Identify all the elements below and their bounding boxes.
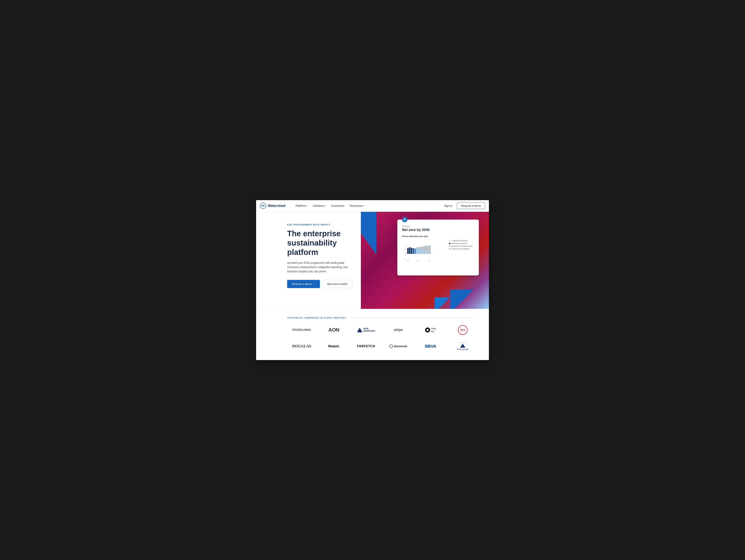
svg-text:2020: 2020 [407, 260, 409, 261]
list-item: FARFETCH [352, 343, 381, 350]
chart-section-title: Gross emissions per year [402, 235, 474, 238]
thermondo-logo: thermondo [389, 345, 407, 348]
legend-dot-icon [449, 243, 451, 244]
hero-description: Up-level your ESG programme with audit-g… [287, 261, 353, 274]
badge-icon [403, 218, 406, 221]
svg-rect-16 [409, 247, 411, 254]
dataiku-logo: dataiku [425, 327, 436, 333]
logo-link[interactable]: Watershed [260, 203, 285, 209]
svg-text:2030: 2030 [428, 260, 430, 261]
svg-rect-34 [427, 253, 429, 254]
hero-title: The enterprise sustainability platform [287, 229, 361, 257]
nav-solutions[interactable]: Solutions ▾ [311, 203, 328, 209]
svg-rect-27 [429, 245, 431, 254]
signin-button[interactable]: Sign in [440, 203, 456, 209]
dataiku-text: dataiku [431, 327, 436, 333]
legend-historical: Historical emissions [449, 243, 474, 244]
nav-customers[interactable]: Customers [329, 203, 347, 209]
nav-resources[interactable]: Resources ▾ [348, 203, 367, 209]
svg-rect-29 [418, 248, 420, 253]
legend-forecast: Forecast with initiatives [449, 248, 474, 250]
tigerglobal-logo: TIGERGLOBAL [292, 329, 312, 332]
iron-mountain-logo: IRONMOUNTAIN® [357, 328, 376, 332]
svg-text:10K: 10K [404, 248, 406, 250]
stripe-logo: stripe [394, 328, 403, 332]
chart-svg: 15K 10K 5K 0 -5K -10K [402, 240, 445, 265]
bbva-logo: BBVA [425, 344, 436, 349]
svg-text:0: 0 [406, 253, 406, 254]
hero-buttons: Request a demo → See how it works [287, 280, 361, 288]
list-item: DOUGLAS [287, 342, 316, 350]
list-item: dataiku [416, 325, 445, 335]
navbar: Watershed Platform ▾ Solutions ▾ Custome… [256, 200, 489, 212]
list-item: TIGERGLOBAL [287, 327, 316, 333]
nav-actions: Sign in Request a demo [440, 203, 485, 209]
legend-dot-icon [449, 248, 451, 250]
list-item: thermondo [384, 343, 413, 350]
svg-rect-26 [427, 246, 429, 254]
nav-links: Platform ▾ Solutions ▾ Customers Resourc… [293, 203, 440, 209]
thermondo-circle-icon [389, 345, 393, 348]
hero-section: ESG PROGRAMMES WITH IMPACT The enterpris… [256, 212, 489, 309]
request-demo-nav-button[interactable]: Request a demo [457, 203, 485, 209]
svg-rect-18 [413, 248, 414, 254]
chevron-down-icon: ▾ [364, 205, 364, 207]
request-demo-button[interactable]: Request a demo → [287, 280, 320, 288]
watershed-logo-icon [260, 203, 266, 209]
svg-rect-28 [416, 247, 418, 254]
see-how-it-works-button[interactable]: See how it works [322, 280, 353, 288]
svg-text:5K: 5K [405, 252, 406, 253]
chart-card: Target Net zero by 2030 Gross emissions … [397, 220, 479, 275]
list-item: AON [319, 325, 349, 335]
iss-text: iss [460, 328, 465, 332]
aon-logo: AON [328, 327, 339, 333]
chart-target-label: Target [402, 225, 474, 227]
svg-rect-32 [424, 251, 425, 253]
svg-rect-15 [407, 248, 409, 254]
hero-content: ESG PROGRAMMES WITH IMPACT The enterpris… [256, 212, 372, 300]
iss-logo: iss [458, 325, 467, 335]
thermondo-text: thermondo [394, 345, 407, 348]
watershed-badge [402, 217, 408, 222]
chart-target-value: Net zero by 2030 [402, 228, 474, 232]
flexport-logo: flexport. [328, 345, 340, 348]
iron-mountain-triangle-icon [357, 328, 362, 332]
logo-grid: TIGERGLOBAL AON IRONMOUNTAIN® stripe [287, 323, 477, 352]
svg-rect-30 [420, 249, 422, 253]
dataiku-circle-icon [425, 328, 430, 333]
browser-frame: Watershed Platform ▾ Solutions ▾ Custome… [256, 200, 489, 360]
svg-rect-31 [422, 250, 423, 253]
trusted-label: TRUSTED BY COMPANIES IN EVERY INDUSTRY [287, 317, 477, 319]
iron-mountain-text: IRONMOUNTAIN® [364, 328, 376, 332]
farfetch-logo: FARFETCH [357, 345, 375, 348]
douglas-logo: DOUGLAS [292, 344, 312, 348]
legend-dot-icon [449, 245, 451, 247]
paramount-logo: ★ ★ ★ ★ ★ Paramount [457, 342, 468, 351]
logo-text: Watershed [268, 204, 285, 208]
hero-eyebrow: ESG PROGRAMMES WITH IMPACT [287, 223, 361, 226]
svg-text:-5K: -5K [404, 255, 406, 256]
chart-legend: Baseline emissions Historical emissions … [449, 240, 474, 250]
dataiku-inner-icon [427, 329, 428, 331]
chevron-down-icon: ▾ [306, 205, 307, 207]
svg-rect-33 [425, 252, 427, 253]
list-item: BBVA [416, 342, 445, 350]
svg-rect-17 [411, 248, 413, 254]
paramount-stars-icon: ★ ★ ★ ★ ★ [459, 342, 466, 343]
blue-triangle-bottom [450, 289, 474, 309]
svg-text:-10K: -10K [404, 258, 406, 259]
blue-triangle-bottom2 [434, 297, 450, 309]
chart-container: 15K 10K 5K 0 -5K -10K [402, 240, 474, 271]
paramount-text: Paramount [457, 348, 468, 351]
svg-text:15K: 15K [404, 246, 406, 247]
nav-platform[interactable]: Platform ▾ [293, 203, 310, 209]
paramount-mountain-icon [460, 344, 465, 348]
svg-rect-19 [414, 248, 416, 254]
list-item: flexport. [319, 343, 349, 350]
chevron-down-icon: ▾ [325, 205, 326, 207]
trusted-section: TRUSTED BY COMPANIES IN EVERY INDUSTRY T… [256, 309, 489, 360]
legend-baseline: Baseline emissions [449, 240, 474, 242]
svg-text:2025: 2025 [417, 260, 419, 261]
list-item: stripe [384, 326, 413, 334]
list-item: IRONMOUNTAIN® [352, 326, 381, 334]
